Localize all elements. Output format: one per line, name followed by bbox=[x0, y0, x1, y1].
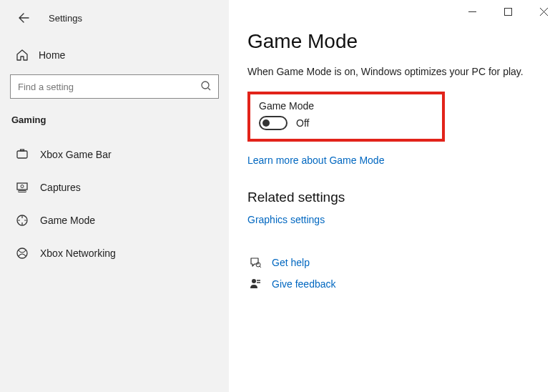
sidebar-item-label: Game Mode bbox=[40, 215, 95, 226]
page-description: When Game Mode is on, Windows optimizes … bbox=[247, 66, 541, 77]
sidebar-item-label: Xbox Networking bbox=[40, 248, 116, 259]
svg-rect-1 bbox=[17, 151, 27, 158]
svg-point-7 bbox=[17, 248, 27, 258]
titlebar: Settings bbox=[0, 9, 229, 37]
home-label: Home bbox=[39, 49, 65, 61]
svg-rect-2 bbox=[21, 150, 24, 151]
home-nav[interactable]: Home bbox=[0, 41, 229, 69]
sidebar-item-xbox-networking[interactable]: Xbox Networking bbox=[0, 237, 229, 270]
home-icon bbox=[14, 49, 30, 62]
toggle-label: Game Mode bbox=[259, 100, 433, 112]
get-help-row: Get help bbox=[247, 256, 541, 269]
sidebar-item-label: Xbox Game Bar bbox=[40, 149, 112, 160]
xbox-networking-icon bbox=[14, 247, 30, 260]
svg-point-10 bbox=[252, 279, 256, 283]
learn-more-link[interactable]: Learn more about Game Mode bbox=[247, 155, 384, 166]
page-title: Game Mode bbox=[247, 30, 541, 53]
related-settings-title: Related settings bbox=[247, 190, 541, 205]
minimize-button[interactable] bbox=[460, 1, 484, 21]
maximize-icon bbox=[504, 8, 512, 16]
sidebar-item-xbox-game-bar[interactable]: Xbox Game Bar bbox=[0, 138, 229, 171]
give-feedback-row: Give feedback bbox=[247, 278, 541, 290]
close-button[interactable] bbox=[531, 1, 556, 21]
graphics-settings-link[interactable]: Graphics settings bbox=[247, 214, 325, 225]
toggle-state: Off bbox=[296, 117, 309, 129]
captures-icon bbox=[14, 181, 30, 194]
category-header: Gaming bbox=[0, 99, 229, 138]
svg-rect-5 bbox=[19, 191, 26, 192]
window-controls bbox=[460, 1, 556, 21]
game-mode-icon bbox=[14, 214, 30, 227]
sidebar-item-label: Captures bbox=[40, 182, 81, 193]
svg-point-4 bbox=[21, 185, 24, 188]
toggle-row: Off bbox=[259, 116, 433, 130]
back-arrow-icon bbox=[18, 12, 29, 24]
main-content: Game Mode When Game Mode is on, Windows … bbox=[229, 0, 560, 392]
give-feedback-icon bbox=[247, 278, 263, 290]
svg-rect-8 bbox=[504, 8, 511, 15]
back-button[interactable] bbox=[14, 9, 33, 27]
window-title: Settings bbox=[49, 13, 82, 24]
give-feedback-link[interactable]: Give feedback bbox=[272, 278, 336, 290]
search-container bbox=[10, 74, 219, 99]
toggle-knob bbox=[262, 119, 270, 127]
get-help-link[interactable]: Get help bbox=[272, 257, 310, 268]
close-icon bbox=[540, 8, 548, 16]
sidebar-item-game-mode[interactable]: Game Mode bbox=[0, 204, 229, 237]
highlight-annotation: Game Mode Off bbox=[247, 92, 445, 142]
sidebar-item-captures[interactable]: Captures bbox=[0, 171, 229, 204]
minimize-icon bbox=[468, 8, 476, 16]
sidebar: Settings Home Gaming Xbox Game Bar Captu… bbox=[0, 0, 229, 392]
maximize-button[interactable] bbox=[496, 1, 520, 21]
search-input[interactable] bbox=[10, 74, 219, 99]
game-mode-toggle[interactable] bbox=[259, 116, 288, 130]
game-bar-icon bbox=[14, 148, 30, 161]
svg-rect-3 bbox=[17, 183, 27, 190]
get-help-icon bbox=[247, 256, 263, 269]
